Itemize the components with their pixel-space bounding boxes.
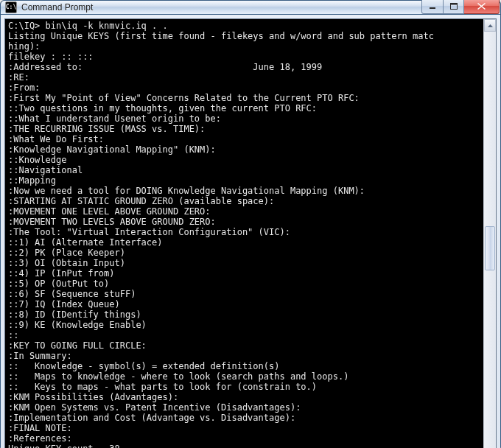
app-icon: C:\ bbox=[5, 1, 17, 13]
scroll-up-button[interactable] bbox=[484, 19, 496, 32]
svg-rect-0 bbox=[430, 7, 435, 9]
terminal-output[interactable]: C:\IQ> bin\iq -k knmvic.iq . . Listing U… bbox=[5, 19, 483, 448]
minimize-icon bbox=[429, 4, 436, 10]
svg-rect-2 bbox=[450, 4, 457, 5]
chevron-up-icon bbox=[488, 24, 493, 27]
scrollbar-vertical[interactable] bbox=[483, 19, 496, 448]
maximize-button[interactable] bbox=[444, 0, 464, 14]
app-icon-glyph: C:\ bbox=[6, 4, 16, 10]
window-title: Command Prompt bbox=[21, 2, 421, 13]
titlebar[interactable]: C:\ Command Prompt bbox=[1, 1, 500, 15]
scroll-track[interactable] bbox=[484, 32, 496, 448]
scroll-thumb[interactable] bbox=[485, 226, 495, 270]
close-button[interactable] bbox=[464, 0, 500, 14]
minimize-button[interactable] bbox=[421, 0, 444, 14]
window-controls bbox=[421, 0, 500, 14]
maximize-icon bbox=[450, 3, 458, 10]
terminal-frame: C:\IQ> bin\iq -k knmvic.iq . . Listing U… bbox=[4, 18, 497, 448]
client-area: C:\IQ> bin\iq -k knmvic.iq . . Listing U… bbox=[1, 15, 500, 448]
window-frame: C:\ Command Prompt C:\IQ> bin\iq -k knmv… bbox=[0, 0, 501, 448]
close-icon bbox=[477, 3, 486, 10]
